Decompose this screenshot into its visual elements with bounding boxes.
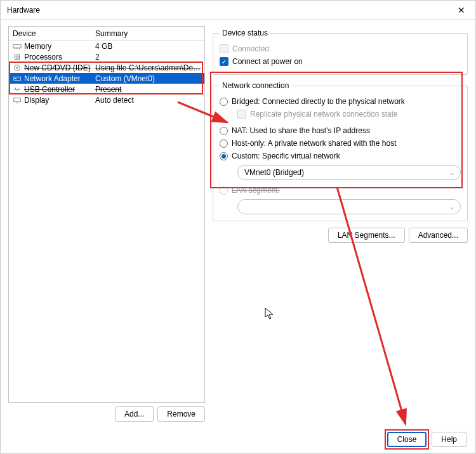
device-summary: 2 — [95, 53, 204, 62]
device-table: Device Summary Memory 4 GB Processors 2 … — [8, 26, 205, 403]
hostonly-label: Host-only: A private network shared with… — [232, 139, 396, 148]
memory-icon — [13, 42, 22, 50]
custom-network-select[interactable]: VMnet0 (Bridged) ⌵ — [237, 165, 461, 180]
hostonly-row[interactable]: Host-only: A private network shared with… — [220, 137, 461, 150]
chevron-down-icon: ⌵ — [450, 169, 454, 176]
table-row[interactable]: Network Adapter Custom (VMnet0) — [9, 73, 204, 84]
settings-panel: Device status Connected ✓ Connect at pow… — [213, 26, 468, 422]
lanseg-label: LAN segment: — [232, 186, 280, 195]
radio-custom[interactable] — [220, 152, 228, 160]
table-row[interactable]: USB Controller Present — [9, 84, 204, 94]
device-name: Memory — [24, 42, 51, 51]
table-row[interactable]: New CD/DVD (IDE) Using file C:\Users\adm… — [9, 62, 204, 73]
device-summary: Custom (VMnet0) — [95, 74, 204, 83]
usb-icon — [13, 86, 22, 93]
disc-icon — [13, 64, 22, 72]
radio-nat[interactable] — [220, 127, 228, 135]
svg-point-8 — [17, 67, 18, 68]
radio-lanseg — [220, 186, 228, 195]
custom-row[interactable]: Custom: Specific virtual network — [220, 150, 461, 162]
device-table-header: Device Summary — [9, 27, 204, 41]
advanced-button[interactable]: Advanced... — [409, 228, 468, 243]
lanseg-select: ⌵ — [237, 199, 461, 214]
device-status-group: Device status Connected ✓ Connect at pow… — [213, 29, 468, 75]
network-legend: Network connection — [220, 81, 291, 90]
nat-row[interactable]: NAT: Used to share the host's IP address — [220, 124, 461, 137]
lanseg-row: LAN segment: — [220, 184, 461, 197]
nat-label: NAT: Used to share the host's IP address — [232, 126, 370, 135]
bridged-label: Bridged: Connected directly to the physi… — [232, 97, 405, 106]
svg-rect-0 — [13, 44, 21, 48]
connected-row: Connected — [220, 42, 461, 55]
svg-rect-5 — [15, 55, 20, 59]
svg-rect-9 — [14, 77, 21, 80]
cpu-icon — [13, 53, 22, 61]
connect-poweron-label: Connect at power on — [232, 57, 303, 66]
header-device[interactable]: Device — [13, 29, 95, 38]
svg-rect-10 — [15, 78, 17, 79]
help-button[interactable]: Help — [432, 432, 466, 447]
connected-checkbox — [220, 44, 228, 53]
replicate-checkbox — [237, 110, 246, 119]
bridged-row[interactable]: Bridged: Connected directly to the physi… — [220, 95, 461, 108]
chevron-down-icon-2: ⌵ — [450, 204, 454, 211]
device-name: USB Controller — [24, 85, 75, 94]
device-name: New CD/DVD (IDE) — [24, 63, 91, 72]
titlebar: Hardware ✕ — [1, 1, 475, 20]
header-summary[interactable]: Summary — [95, 29, 204, 38]
connect-poweron-row[interactable]: ✓ Connect at power on — [220, 55, 461, 68]
device-name: Processors — [24, 53, 62, 62]
device-name: Display — [24, 96, 49, 105]
connected-label: Connected — [232, 44, 269, 53]
network-connection-group: Network connection Bridged: Connected di… — [213, 81, 468, 221]
device-status-legend: Device status — [220, 29, 270, 37]
table-row[interactable]: Memory 4 GB — [9, 41, 204, 51]
device-summary: 4 GB — [95, 42, 204, 51]
table-row[interactable]: Processors 2 — [9, 51, 204, 62]
add-button[interactable]: Add... — [115, 406, 154, 422]
radio-bridged[interactable] — [220, 98, 228, 106]
table-row[interactable]: Display Auto detect — [9, 94, 204, 105]
custom-network-value: VMnet0 (Bridged) — [244, 168, 304, 177]
net-icon — [13, 75, 22, 82]
device-summary: Auto detect — [95, 96, 204, 105]
device-name: Network Adapter — [24, 74, 81, 83]
remove-button[interactable]: Remove — [157, 406, 205, 422]
device-summary: Using file C:\Users\admin\De… — [95, 63, 204, 72]
custom-label: Custom: Specific virtual network — [232, 152, 340, 160]
display-icon — [13, 96, 22, 104]
close-button[interactable]: Close — [387, 432, 427, 447]
svg-rect-11 — [14, 98, 21, 101]
replicate-label: Replicate physical network connection st… — [250, 110, 398, 119]
lan-segments-button[interactable]: LAN Segments... — [328, 228, 405, 243]
connect-poweron-checkbox[interactable]: ✓ — [220, 57, 228, 66]
radio-hostonly[interactable] — [220, 139, 228, 148]
close-icon[interactable]: ✕ — [453, 1, 470, 19]
replicate-row: Replicate physical network connection st… — [237, 108, 461, 120]
svg-rect-6 — [16, 56, 18, 58]
device-summary: Present — [95, 85, 204, 94]
footer-buttons: Close Help — [387, 432, 466, 447]
device-panel: Device Summary Memory 4 GB Processors 2 … — [8, 26, 205, 422]
svg-point-7 — [15, 65, 20, 70]
window-title: Hardware — [7, 6, 40, 15]
